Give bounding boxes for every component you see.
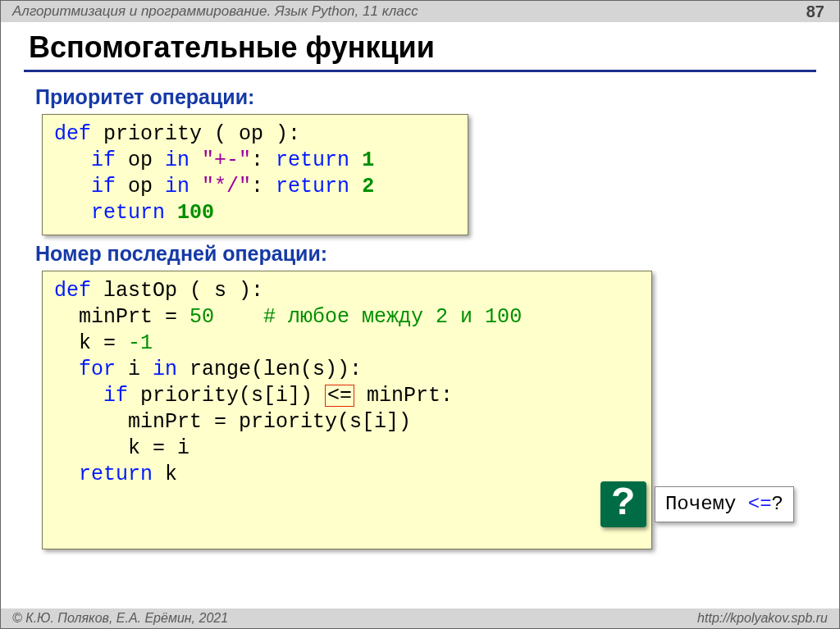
indent xyxy=(54,305,79,329)
code-text: : xyxy=(251,175,276,198)
code-text: i xyxy=(116,358,153,381)
callout-op: <= xyxy=(748,493,772,515)
code-text: range(len(s)): xyxy=(177,358,362,381)
highlight-op: <= xyxy=(325,385,354,407)
kw-return: return xyxy=(91,201,165,225)
indent xyxy=(54,331,79,355)
kw-if: if xyxy=(103,384,128,408)
footer-right: http://kpolyakov.spb.ru xyxy=(697,611,828,626)
page-title: Вспомогательные функции xyxy=(29,30,839,68)
code-text: : xyxy=(251,148,276,172)
num-literal: 100 xyxy=(177,201,214,225)
kw-return: return xyxy=(276,148,349,172)
code-text xyxy=(189,148,202,172)
page-number: 87 xyxy=(806,2,824,21)
indent xyxy=(54,384,103,408)
str-literal: "+-" xyxy=(202,148,251,172)
gap xyxy=(214,305,263,329)
callout-text: Почему xyxy=(665,493,748,515)
section2-heading: Номер последней операции: xyxy=(35,242,839,266)
callout-suffix: ? xyxy=(772,493,783,515)
section1-heading: Приоритет операции: xyxy=(35,85,839,109)
code-text: minPrt = priority(s[i]) xyxy=(128,410,411,434)
callout: ? Почему <=? xyxy=(600,481,794,527)
indent xyxy=(54,410,128,434)
sp xyxy=(165,201,177,225)
code-text: op xyxy=(116,175,165,198)
slide-body: Приоритет операции: def priority ( op ):… xyxy=(1,72,839,549)
kw-in: in xyxy=(153,358,177,381)
num-literal: 50 xyxy=(189,305,214,329)
code-text: lastOp ( s ): xyxy=(91,279,263,303)
code-text: priority ( op ): xyxy=(91,122,300,146)
code-text: minPrt = xyxy=(79,305,189,329)
comment: # любое между 2 и 100 xyxy=(263,305,522,329)
str-literal: "*/" xyxy=(202,175,251,198)
indent xyxy=(54,358,79,381)
code-text: k = i xyxy=(128,436,189,460)
code-priority: def priority ( op ): if op in "+-": retu… xyxy=(42,114,468,235)
kw-def: def xyxy=(54,122,91,146)
kw-in: in xyxy=(165,175,189,198)
code-lastop: def lastOp ( s ): minPrt = 50 # любое ме… xyxy=(42,271,652,549)
indent xyxy=(54,201,91,225)
code-text: minPrt: xyxy=(354,384,453,408)
footer-left: © К.Ю. Поляков, Е.А. Ерёмин, 2021 xyxy=(12,611,228,626)
code-text: op xyxy=(116,148,165,172)
footer-bar: © К.Ю. Поляков, Е.А. Ерёмин, 2021 http:/… xyxy=(1,608,839,628)
kw-if: if xyxy=(91,148,116,172)
num-literal: 2 xyxy=(362,175,374,198)
num-literal: -1 xyxy=(128,331,153,355)
indent xyxy=(54,148,91,172)
slide: Алгоритмизация и программирование. Язык … xyxy=(0,0,840,629)
kw-return: return xyxy=(276,175,349,198)
kw-for: for xyxy=(79,358,116,381)
indent xyxy=(54,436,128,460)
indent xyxy=(54,175,91,198)
kw-if: if xyxy=(91,175,116,198)
indent xyxy=(54,463,79,486)
callout-box: Почему <=? xyxy=(655,486,794,523)
course-title: Алгоритмизация и программирование. Язык … xyxy=(12,3,418,20)
sp xyxy=(349,175,362,198)
kw-return: return xyxy=(79,463,153,486)
sp xyxy=(349,148,362,172)
header-bar: Алгоритмизация и программирование. Язык … xyxy=(1,1,839,22)
num-literal: 1 xyxy=(362,148,374,172)
code-text: k xyxy=(153,463,177,486)
kw-def: def xyxy=(54,279,91,303)
code-text: k = xyxy=(79,331,128,355)
code-text xyxy=(189,175,202,198)
code-text: priority(s[i]) xyxy=(128,384,325,408)
kw-in: in xyxy=(165,148,189,172)
question-icon: ? xyxy=(600,481,646,527)
